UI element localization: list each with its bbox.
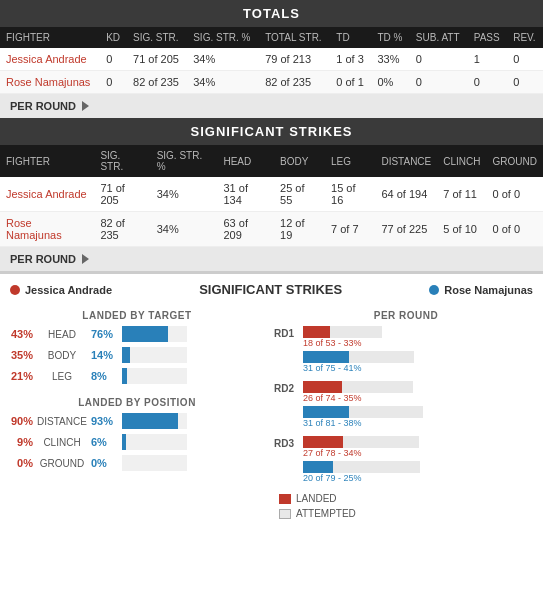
pct-red: 9% xyxy=(5,436,33,448)
round-group: RD3 27 of 78 - 34% 20 of 79 - 25% xyxy=(274,436,538,483)
kd-cell: 0 xyxy=(100,48,127,71)
pct-red: 21% xyxy=(5,370,33,382)
bar-fill xyxy=(122,434,126,450)
round-bars: 18 of 53 - 33% 31 of 75 - 41% xyxy=(303,326,538,373)
sig-str-cell: 82 of 235 xyxy=(127,71,187,94)
chart-title: SIGNIFICANT STRIKES xyxy=(199,282,342,297)
pct-red: 0% xyxy=(5,457,33,469)
legend-fighter2-name: Rose Namajunas xyxy=(444,284,533,296)
bar-track xyxy=(122,326,187,342)
round-bars: 26 of 74 - 35% 31 of 81 - 38% xyxy=(303,381,538,428)
round-row: RD1 18 of 53 - 33% 31 of 75 - 41% xyxy=(274,326,538,373)
bar-fill xyxy=(122,413,178,429)
round-group: RD1 18 of 53 - 33% 31 of 75 - 41% xyxy=(274,326,538,373)
pct-blue: 6% xyxy=(91,436,119,448)
totals-body: Jessica Andrade 0 71 of 205 34% 79 of 21… xyxy=(0,48,543,94)
td-pct-cell: 0% xyxy=(371,71,409,94)
pct-blue: 0% xyxy=(91,457,119,469)
rev-cell: 0 xyxy=(507,71,543,94)
sig-strikes-header-row: FIGHTER SIG. STR. SIG. STR. % HEAD BODY … xyxy=(0,145,543,177)
round-f1-bar-row: 18 of 53 - 33% xyxy=(303,326,538,348)
ss-col-sig-str-pct: SIG. STR. % xyxy=(151,145,218,177)
rev-cell: 0 xyxy=(507,48,543,71)
table-row: Jessica Andrade 0 71 of 205 34% 79 of 21… xyxy=(0,48,543,71)
bar-label: HEAD xyxy=(36,329,88,340)
ss-col-clinch: CLINCH xyxy=(437,145,486,177)
pct-red: 43% xyxy=(5,328,33,340)
sig-strikes-table: FIGHTER SIG. STR. SIG. STR. % HEAD BODY … xyxy=(0,145,543,247)
ss-col-fighter: FIGHTER xyxy=(0,145,94,177)
round-label: RD1 xyxy=(274,326,299,339)
total-str-cell: 79 of 213 xyxy=(259,48,330,71)
ss-col-body: BODY xyxy=(274,145,325,177)
legend-landed-label: LANDED xyxy=(296,493,337,504)
fighter-cell[interactable]: Jessica Andrade xyxy=(0,177,94,212)
legend-fighter2: Rose Namajunas xyxy=(429,284,533,296)
sig-strikes-section: SIGNIFICANT STRIKES FIGHTER SIG. STR. SI… xyxy=(0,118,543,271)
sig-strikes-title: SIGNIFICANT STRIKES xyxy=(190,124,352,139)
pct-blue: 14% xyxy=(91,349,119,361)
chart-title-center: SIGNIFICANT STRIKES xyxy=(199,282,342,297)
sig-strikes-body: Jessica Andrade 71 of 205 34% 31 of 134 … xyxy=(0,177,543,247)
round-f2-bar-row: 31 of 75 - 41% xyxy=(303,351,538,373)
bar-label: DISTANCE xyxy=(36,416,88,427)
ss-col-ground: GROUND xyxy=(487,145,544,177)
col-fighter: FIGHTER xyxy=(0,27,100,48)
round-row: RD2 26 of 74 - 35% 31 of 81 - 38% xyxy=(274,381,538,428)
right-chart: PER ROUND RD1 18 of 53 - 33% 31 of 75 - … xyxy=(274,305,538,519)
fighter-cell[interactable]: Rose Namajunas xyxy=(0,71,100,94)
col-td-pct: TD % xyxy=(371,27,409,48)
bar-label: CLINCH xyxy=(36,437,88,448)
totals-title: TOTALS xyxy=(243,6,300,21)
round-f2-bar-row: 20 of 79 - 25% xyxy=(303,461,538,483)
td-pct-cell: 33% xyxy=(371,48,409,71)
fighter-cell[interactable]: Rose Namajunas xyxy=(0,212,94,247)
ground-cell: 0 of 0 xyxy=(487,177,544,212)
totals-header-row: FIGHTER KD SIG. STR. SIG. STR. % TOTAL S… xyxy=(0,27,543,48)
legend-attempted: ATTEMPTED xyxy=(279,508,538,519)
ss-col-head: HEAD xyxy=(217,145,274,177)
total-str-cell: 82 of 235 xyxy=(259,71,330,94)
head-cell: 63 of 209 xyxy=(217,212,274,247)
col-sig-str-pct: SIG. STR. % xyxy=(187,27,259,48)
fighter-cell[interactable]: Jessica Andrade xyxy=(0,48,100,71)
legend-fighter1-name: Jessica Andrade xyxy=(25,284,112,296)
col-kd: KD xyxy=(100,27,127,48)
sig-per-round-label: PER ROUND xyxy=(10,253,76,265)
legend-landed: LANDED xyxy=(279,493,538,504)
charts-container: LANDED BY TARGET 43% HEAD 76% 35% BODY 1… xyxy=(0,305,543,529)
bar-fill xyxy=(122,368,127,384)
kd-cell: 0 xyxy=(100,71,127,94)
bar-row: 90% DISTANCE 93% xyxy=(5,413,269,429)
td-cell: 0 of 1 xyxy=(330,71,371,94)
legend-swatch-attempted xyxy=(279,509,291,519)
table-row: Jessica Andrade 71 of 205 34% 31 of 134 … xyxy=(0,177,543,212)
legend-attempted-label: ATTEMPTED xyxy=(296,508,356,519)
ss-col-distance: DISTANCE xyxy=(375,145,437,177)
pass-cell: 0 xyxy=(468,71,507,94)
clinch-cell: 5 of 10 xyxy=(437,212,486,247)
bar-row: 0% GROUND 0% xyxy=(5,455,269,471)
sig-per-round[interactable]: PER ROUND xyxy=(0,247,543,271)
totals-per-round[interactable]: PER ROUND xyxy=(0,94,543,118)
per-round-arrow xyxy=(82,101,89,111)
round-bars: 27 of 78 - 34% 20 of 79 - 25% xyxy=(303,436,538,483)
ground-cell: 0 of 0 xyxy=(487,212,544,247)
left-chart: LANDED BY TARGET 43% HEAD 76% 35% BODY 1… xyxy=(5,305,269,519)
leg-cell: 15 of 16 xyxy=(325,177,375,212)
sub-att-cell: 0 xyxy=(410,71,468,94)
distance-cell: 77 of 225 xyxy=(375,212,437,247)
table-row: Rose Namajunas 0 82 of 235 34% 82 of 235… xyxy=(0,71,543,94)
bar-label: LEG xyxy=(36,371,88,382)
pass-cell: 1 xyxy=(468,48,507,71)
totals-header: TOTALS xyxy=(0,0,543,27)
bar-fill xyxy=(122,347,130,363)
sig-str-pct-cell: 34% xyxy=(187,48,259,71)
per-round-subtitle: PER ROUND xyxy=(274,305,538,326)
clinch-cell: 7 of 11 xyxy=(437,177,486,212)
pct-blue: 76% xyxy=(91,328,119,340)
ss-col-leg: LEG xyxy=(325,145,375,177)
col-pass: PASS xyxy=(468,27,507,48)
sig-str-cell: 82 of 235 xyxy=(94,212,150,247)
sig-str-cell: 71 of 205 xyxy=(94,177,150,212)
